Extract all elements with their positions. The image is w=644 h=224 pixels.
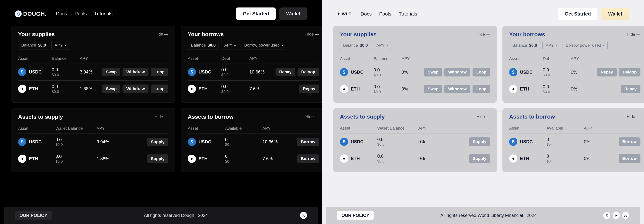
logo-icon: ◇	[15, 11, 22, 17]
panel-your-supplies: Your supplies Hide Balance$0.0 APY- Asse…	[11, 26, 175, 103]
hide-toggle[interactable]: Hide	[476, 32, 490, 37]
swap-button[interactable]: Swap	[424, 68, 442, 77]
wallet-button[interactable]: Wallet	[602, 8, 629, 20]
th-apy: APY	[584, 126, 614, 131]
hide-toggle[interactable]: Hide	[155, 32, 168, 37]
borrow-button[interactable]: Borrow	[297, 154, 319, 163]
th-wallet-balance: Wallet Balance	[377, 126, 418, 131]
borrow-button[interactable]: Borrow	[297, 138, 319, 146]
hide-toggle[interactable]: Hide	[155, 114, 168, 119]
chip-apy: APY-	[221, 41, 239, 50]
withdraw-button[interactable]: Withdraw	[444, 68, 470, 77]
chip-balance: Balance$0.0	[340, 41, 371, 50]
th-available: Available	[546, 126, 584, 131]
panel-title: Assets to borrow	[188, 114, 234, 120]
footer: OUR POLICY All rights reserved Dough | 2…	[4, 207, 318, 224]
nav-docs[interactable]: Docs	[361, 11, 372, 17]
th-apy: APY	[262, 126, 292, 131]
repay-button[interactable]: Repay	[621, 85, 640, 93]
hide-toggle[interactable]: Hide	[476, 114, 490, 119]
swap-button[interactable]: Swap	[102, 85, 120, 93]
panel-title: Your borrows	[188, 31, 224, 37]
withdraw-button[interactable]: Withdraw	[122, 68, 148, 76]
th-apy: APY	[571, 56, 597, 61]
eth-icon: ♦	[188, 85, 196, 93]
repay-button[interactable]: Repay	[299, 85, 319, 93]
usdc-icon: $	[340, 138, 348, 146]
th-asset: Asset	[188, 56, 221, 61]
table-row: ♦ETH 0$0 7.6% Borrow	[188, 150, 319, 167]
supply-button[interactable]: Supply	[469, 137, 490, 146]
hide-toggle[interactable]: Hide	[305, 32, 319, 37]
nav-docs[interactable]: Docs	[56, 11, 67, 17]
telegram-icon[interactable]: ➤	[612, 212, 620, 219]
wallet-button[interactable]: Wallet	[280, 8, 307, 20]
table-row: ♦ETH 0$0 0% Borrow	[509, 150, 640, 167]
loop-button[interactable]: Loop	[472, 68, 490, 77]
eth-icon: ♦	[18, 155, 26, 163]
supply-button[interactable]: Supply	[469, 154, 490, 163]
get-started-button[interactable]: Get Started	[236, 8, 276, 20]
usdc-icon: $	[509, 138, 517, 146]
th-wallet-balance: Wallet Balance	[56, 126, 96, 131]
nav-pools[interactable]: Pools	[74, 11, 87, 17]
table-row: ♦ETH 0.0$0.0 1.88% Supply	[18, 150, 168, 167]
borrow-button[interactable]: Borrow	[618, 137, 640, 146]
deloop-button[interactable]: Deloop	[619, 68, 640, 77]
borrow-button[interactable]: Borrow	[618, 154, 640, 163]
twitter-icon[interactable]: 𝕏	[300, 212, 307, 219]
withdraw-button[interactable]: Withdraw	[444, 85, 470, 93]
withdraw-button[interactable]: Withdraw	[122, 85, 148, 93]
th-asset: Asset	[509, 126, 546, 131]
loop-button[interactable]: Loop	[472, 85, 490, 93]
panel-title: Your borrows	[509, 31, 545, 38]
hide-toggle[interactable]: Hide	[305, 114, 319, 119]
usdc-icon: $	[188, 68, 196, 76]
table-row: $USDC 0.0$0.0 0% Supply	[340, 133, 490, 150]
repay-button[interactable]: Repay	[597, 68, 617, 77]
logo-text: DOUGH.	[23, 11, 47, 17]
chip-apy: APY-	[542, 41, 560, 50]
nav-tutorials[interactable]: Tutorials	[399, 11, 417, 17]
hide-toggle[interactable]: Hide	[627, 114, 640, 119]
table-row: $USDC 0.0$0.0 0% Swap Withdraw Loop	[340, 64, 490, 81]
chip-apy: APY-	[51, 41, 69, 50]
usdc-icon: $	[509, 68, 517, 76]
repay-button[interactable]: Repay	[276, 68, 295, 76]
discord-icon[interactable]: ⌘	[622, 212, 629, 219]
chip-borrow-power: Borrow power used-	[241, 41, 286, 50]
supply-button[interactable]: Supply	[147, 138, 168, 146]
logo-text: WLF	[337, 12, 351, 17]
swap-button[interactable]: Swap	[102, 68, 120, 76]
panel-title: Your supplies	[340, 31, 376, 38]
table-row: ♦ETH 0.0$0.0 0% Swap Withdraw Loop	[340, 81, 490, 97]
deloop-button[interactable]: Deloop	[298, 68, 319, 76]
loop-button[interactable]: Loop	[151, 85, 168, 93]
chip-borrow-power: Borrow power used-	[562, 41, 608, 50]
policy-button[interactable]: OUR POLICY	[15, 211, 52, 220]
swap-button[interactable]: Swap	[424, 85, 442, 93]
eth-icon: ♦	[340, 85, 348, 93]
table-row: $USDC 0.0$0.0 0% Repay Deloop	[509, 64, 640, 81]
th-asset: Asset	[18, 56, 52, 61]
nav-tutorials[interactable]: Tutorials	[94, 11, 113, 17]
get-started-button[interactable]: Get Started	[558, 8, 598, 20]
panel-your-borrows: Your borrows Hide Balance$0.0 APY- Borro…	[181, 26, 326, 103]
th-apy: APY	[80, 56, 102, 61]
hide-toggle[interactable]: Hide	[627, 32, 640, 37]
th-apy: APY	[249, 56, 276, 61]
logo[interactable]: ◇ DOUGH.	[15, 11, 47, 17]
twitter-icon[interactable]: 𝕏	[603, 212, 610, 219]
supply-button[interactable]: Supply	[147, 154, 168, 163]
logo[interactable]: WLF	[337, 12, 351, 17]
th-apy: APY	[418, 126, 448, 131]
th-debt: Debt	[221, 56, 249, 61]
policy-button[interactable]: OUR POLICY	[337, 211, 374, 220]
chip-balance: Balance$0.0	[18, 41, 49, 50]
table-row: $USDC 0$0 0% Borrow	[509, 133, 640, 150]
panel-title: Assets to supply	[18, 114, 63, 120]
chip-balance: Balance$0.0	[188, 41, 219, 50]
nav-pools[interactable]: Pools	[379, 11, 391, 17]
loop-button[interactable]: Loop	[151, 68, 168, 76]
panel-title: Assets to borrow	[509, 113, 555, 120]
